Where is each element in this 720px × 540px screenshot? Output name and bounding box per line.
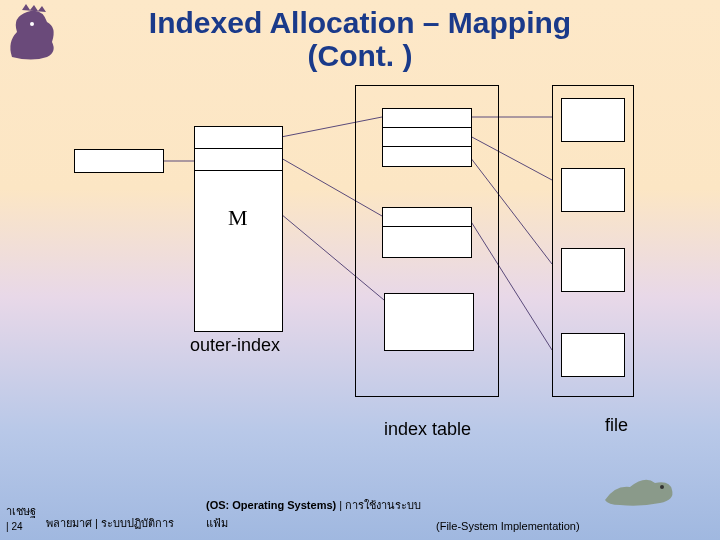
file-block-3 xyxy=(561,248,625,292)
slide-title: Indexed Allocation – Mapping (Cont. ) xyxy=(0,0,720,72)
file-block-4 xyxy=(561,333,625,377)
index-block-2-body xyxy=(382,226,472,258)
footer-course-bold: (OS: Operating Systems) xyxy=(206,499,336,511)
index-block-2-row-1 xyxy=(382,207,472,228)
svg-point-0 xyxy=(30,22,34,26)
outer-index-row-1 xyxy=(194,126,283,150)
index-table-label: index table xyxy=(384,419,471,440)
dinosaur-decoration-top xyxy=(2,2,72,72)
index-block-1-row-2 xyxy=(382,127,472,148)
file-label: file xyxy=(605,415,628,436)
footer-topic: (File-System Implementation) xyxy=(436,520,580,532)
slide-footer: าเชษฐ | 24 พลายมาศ | ระบบปฏิบัติการ (OS:… xyxy=(0,496,720,532)
footer-page: | 24 xyxy=(6,521,23,532)
file-block-2 xyxy=(561,168,625,212)
svg-point-9 xyxy=(660,485,664,489)
index-block-1-row-1 xyxy=(382,108,472,129)
ellipsis-m-symbol: M xyxy=(228,205,248,231)
outer-index-body xyxy=(194,170,283,332)
directory-entry-box xyxy=(74,149,164,173)
title-line-2: (Cont. ) xyxy=(308,39,413,72)
footer-author: าเชษฐ xyxy=(6,505,36,517)
file-block-1 xyxy=(561,98,625,142)
outer-index-label: outer-index xyxy=(190,335,280,356)
title-line-1: Indexed Allocation – Mapping xyxy=(149,6,571,39)
index-block-1-row-3 xyxy=(382,146,472,167)
index-block-3 xyxy=(384,293,474,351)
footer-dept: พลายมาศ | ระบบปฏิบัติการ xyxy=(46,517,174,529)
outer-index-row-2 xyxy=(194,148,283,172)
